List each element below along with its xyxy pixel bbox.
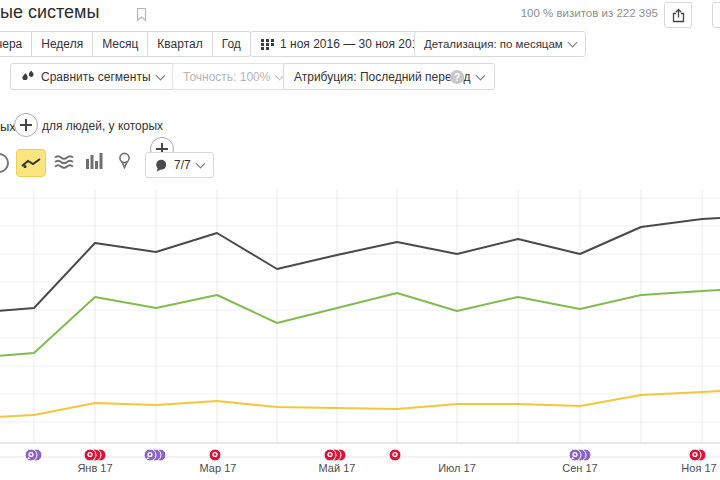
accuracy-dropdown[interactable]: Точность: 100% [172, 63, 294, 90]
annotation-marker-glyph-dot [30, 453, 32, 455]
partial-edge-button[interactable] [712, 2, 720, 28]
attribution-label: Атрибуция: Последний переход [294, 70, 471, 84]
detalization-dropdown[interactable]: Детализация: по месяцам [414, 31, 586, 57]
bookmark-icon[interactable] [136, 7, 148, 22]
x-tick-label: Мар 17 [200, 462, 237, 474]
period-tab-0[interactable]: чера [0, 31, 32, 57]
period-tabs: чераНеделяМесяцКварталГод [0, 31, 251, 57]
period-tab-1[interactable]: Неделя [32, 31, 93, 57]
export-button[interactable] [664, 2, 692, 28]
export-icon [671, 8, 686, 23]
line-chart-icon [21, 157, 41, 169]
visits-summary: 100 % визитов из 222 395 [498, 7, 658, 19]
comments-bubble-icon [155, 159, 168, 172]
annotation-marker-glyph-dot [89, 453, 91, 455]
calendar-icon [261, 38, 274, 50]
chevron-down-icon [195, 159, 205, 169]
for-people-label: для людей, у которых [42, 119, 163, 133]
pie-chart-icon[interactable] [0, 151, 11, 175]
annotation-marker-glyph-dot [214, 453, 216, 455]
chart-line-green[interactable] [0, 290, 720, 358]
period-tab-4[interactable]: Год [213, 31, 251, 57]
annotation-marker-glyph-dot [394, 453, 396, 455]
annotation-marker-glyph-dot [329, 453, 331, 455]
date-range-label: 1 ноя 2016 — 30 ноя 2017 [280, 37, 425, 51]
map-pin-icon[interactable] [118, 152, 131, 169]
annotation-marker-glyph-dot [149, 453, 151, 455]
segments-icon [21, 70, 35, 83]
add-visit-condition-button[interactable] [14, 113, 38, 137]
page-title: ые системы [0, 2, 99, 23]
chevron-down-icon [475, 70, 485, 80]
chart-line-yellow[interactable] [0, 391, 720, 418]
date-range-button[interactable]: 1 ноя 2016 — 30 ноя 2017 [250, 31, 436, 57]
x-tick-label: Янв 17 [77, 462, 112, 474]
x-tick-label: Ноя 17 [681, 462, 716, 474]
accuracy-label: Точность: 100% [183, 70, 270, 84]
metrics-selector-dropdown[interactable]: 7/7 [145, 152, 214, 178]
metrics-selector-label: 7/7 [174, 158, 191, 172]
help-icon[interactable]: ? [450, 70, 464, 84]
period-tab-3[interactable]: Квартал [148, 31, 212, 57]
metrica-report-page: Янв 17Мар 17Май 17Июл 17Сен 17Ноя 17 ые … [0, 0, 720, 480]
compare-segments-label: Сравнить сегменты [41, 70, 151, 84]
annotation-marker-glyph-dot [694, 453, 696, 455]
x-tick-label: Июл 17 [438, 462, 476, 474]
annotation-marker-glyph-dot [574, 453, 576, 455]
detalization-label: Детализация: по месяцам [424, 38, 563, 50]
chevron-down-icon [155, 70, 165, 80]
line-chart-tool-button[interactable] [16, 149, 46, 177]
compare-segments-dropdown[interactable]: Сравнить сегменты [10, 63, 175, 90]
x-tick-label: Май 17 [319, 462, 356, 474]
column-chart-icon[interactable] [86, 153, 103, 169]
period-tab-2[interactable]: Месяц [93, 31, 148, 57]
stacked-area-icon[interactable] [54, 154, 74, 170]
x-tick-label: Сен 17 [562, 462, 597, 474]
chevron-down-icon [567, 38, 577, 48]
